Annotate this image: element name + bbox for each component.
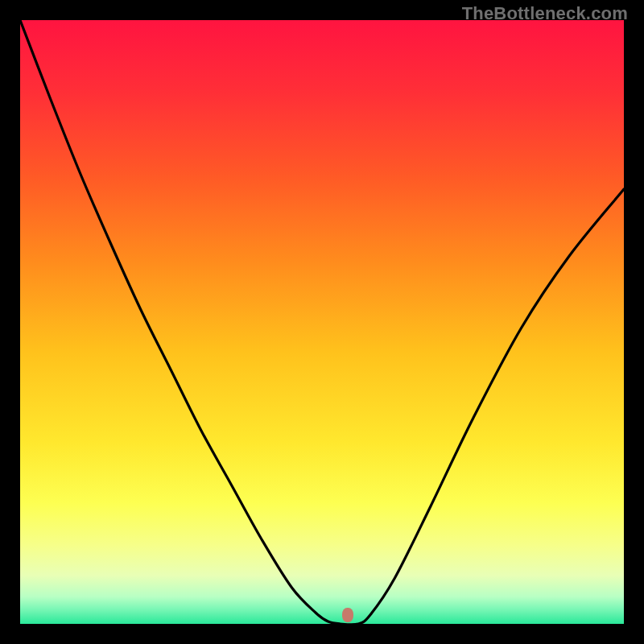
optimum-marker [342,608,353,622]
bottleneck-curve [20,20,624,624]
watermark-text: TheBottleneck.com [462,3,628,24]
plot-area [20,20,624,624]
chart-frame: TheBottleneck.com [0,0,644,644]
